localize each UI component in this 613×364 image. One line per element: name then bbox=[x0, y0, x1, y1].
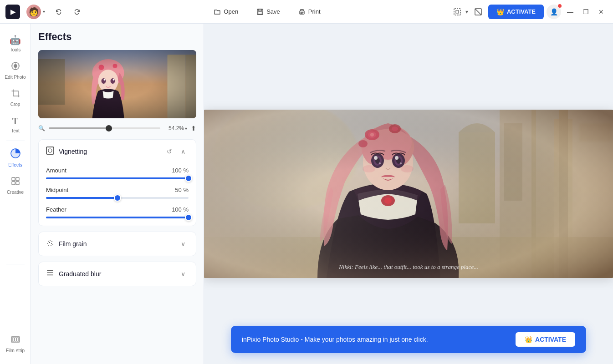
save-icon bbox=[256, 8, 264, 15]
close-button[interactable]: ✕ bbox=[595, 5, 608, 18]
feather-slider-thumb[interactable] bbox=[185, 214, 192, 221]
crown-icon: 👑 bbox=[496, 8, 504, 15]
vignetting-actions: ↺ ∧ bbox=[164, 146, 189, 157]
svg-rect-44 bbox=[47, 270, 53, 271]
feather-slider-fill bbox=[46, 217, 189, 218]
undo-button[interactable] bbox=[51, 5, 66, 19]
avatar-btn[interactable]: 🧑 ▾ bbox=[24, 4, 48, 20]
open-button[interactable]: Open bbox=[206, 5, 245, 18]
vignetting-title: Vignetting bbox=[59, 148, 159, 155]
activate-button[interactable]: 👑 ACTIVATE bbox=[488, 5, 544, 19]
icon-sidebar: 🤖 Tools Edit Photo Crop T Text bbox=[0, 24, 31, 364]
feather-label: Feather bbox=[46, 206, 66, 213]
text-icon: T bbox=[12, 116, 18, 126]
text-label: Text bbox=[11, 128, 19, 133]
amount-slider-thumb[interactable] bbox=[185, 175, 192, 182]
svg-rect-12 bbox=[16, 177, 19, 181]
film-grain-header[interactable]: Film grain ∨ bbox=[39, 232, 196, 256]
aspect-ratio-dropdown[interactable]: ▾ bbox=[450, 5, 468, 19]
vignetting-collapse-button[interactable]: ∧ bbox=[178, 146, 189, 157]
svg-point-40 bbox=[51, 243, 52, 244]
midpoint-slider-row: Midpoint 50 % bbox=[46, 187, 189, 199]
sidebar-item-tools[interactable]: 🤖 Tools bbox=[3, 31, 28, 56]
main-canvas-svg: Nikki: Feels like... that outfit... took… bbox=[204, 110, 613, 278]
user-icon: 👤 bbox=[550, 8, 558, 15]
open-label: Open bbox=[224, 8, 238, 15]
svg-rect-47 bbox=[47, 275, 53, 276]
sidebar-item-effects[interactable]: Effects bbox=[3, 145, 28, 171]
svg-point-41 bbox=[48, 245, 49, 246]
midpoint-slider-fill bbox=[46, 197, 117, 199]
user-profile-button[interactable]: 👤 bbox=[547, 5, 561, 19]
sidebar-item-film-strip[interactable]: Film-strip bbox=[3, 331, 28, 357]
undo-icon bbox=[55, 8, 62, 15]
print-button[interactable]: Print bbox=[291, 5, 328, 18]
svg-rect-2 bbox=[258, 12, 262, 14]
midpoint-slider-thumb[interactable] bbox=[114, 194, 121, 202]
vignetting-card: Vignetting ↺ ∧ Amount 100 % bbox=[38, 139, 196, 226]
feather-label-row: Feather 100 % bbox=[46, 206, 189, 213]
svg-rect-1 bbox=[259, 9, 261, 11]
zoom-slider-thumb[interactable] bbox=[106, 125, 112, 131]
activate-bar-text: inPixio Photo Studio - Make your photos … bbox=[242, 336, 505, 343]
graduated-blur-expand-button[interactable]: ∨ bbox=[178, 268, 189, 279]
midpoint-value: 50 % bbox=[175, 187, 189, 193]
minimize-button[interactable]: — bbox=[564, 5, 577, 18]
svg-point-33 bbox=[48, 149, 52, 152]
redo-icon bbox=[73, 8, 81, 15]
sidebar-item-creative[interactable]: Creative bbox=[3, 173, 28, 198]
zoom-slider-fill bbox=[49, 127, 109, 129]
svg-rect-31 bbox=[38, 50, 196, 118]
save-button[interactable]: Save bbox=[249, 5, 287, 18]
creative-label: Creative bbox=[7, 190, 24, 195]
zoom-bar: 🔍 54.2% ▾ ⬆ bbox=[38, 125, 196, 132]
svg-rect-14 bbox=[16, 182, 19, 185]
vignetting-reset-button[interactable]: ↺ bbox=[164, 146, 175, 157]
title-bar: ▶ 🧑 ▾ Open Sa bbox=[0, 0, 613, 24]
zoom-dropdown-icon[interactable]: ▾ bbox=[185, 126, 187, 131]
print-label: Print bbox=[308, 8, 321, 15]
feather-slider[interactable] bbox=[46, 217, 189, 218]
title-bar-center: Open Save Print bbox=[88, 5, 446, 18]
svg-rect-16 bbox=[12, 338, 14, 341]
graduated-blur-header[interactable]: Graduated blur ∨ bbox=[39, 262, 196, 286]
vignetting-header[interactable]: Vignetting ↺ ∧ bbox=[39, 140, 196, 163]
film-grain-card: Film grain ∨ bbox=[38, 232, 196, 256]
midpoint-label: Midpoint bbox=[46, 187, 68, 193]
activate-bar-btn-label: ACTIVATE bbox=[535, 336, 566, 343]
svg-rect-45 bbox=[47, 272, 53, 273]
zoom-value: 54.2% bbox=[164, 125, 184, 131]
zoom-expand-icon[interactable]: ⬆ bbox=[191, 125, 196, 132]
graduated-blur-icon bbox=[46, 269, 54, 279]
svg-rect-11 bbox=[12, 177, 15, 181]
zoom-out-icon[interactable]: 🔍 bbox=[38, 125, 45, 131]
aspect-ratio-chevron-icon[interactable]: ▾ bbox=[465, 9, 468, 15]
activate-bar: inPixio Photo Studio - Make your photos … bbox=[231, 326, 586, 353]
feather-slider-row: Feather 100 % bbox=[46, 206, 189, 218]
sidebar-item-text[interactable]: T Text bbox=[3, 112, 28, 137]
maximize-button[interactable]: ❐ bbox=[579, 5, 592, 18]
redo-button[interactable] bbox=[70, 5, 84, 19]
panel-title: Effects bbox=[38, 31, 196, 43]
tools-icon: 🤖 bbox=[10, 35, 21, 46]
midpoint-slider[interactable] bbox=[46, 197, 189, 199]
zoom-slider[interactable] bbox=[49, 127, 160, 129]
graduated-blur-card: Graduated blur ∨ bbox=[38, 262, 196, 286]
svg-rect-34 bbox=[46, 147, 54, 154]
svg-rect-46 bbox=[47, 274, 53, 275]
svg-point-38 bbox=[47, 243, 48, 244]
preview-svg bbox=[38, 50, 196, 118]
film-grain-icon bbox=[46, 239, 54, 249]
notification-badge bbox=[557, 4, 562, 8]
svg-point-7 bbox=[14, 64, 17, 68]
film-grain-expand-button[interactable]: ∨ bbox=[178, 238, 189, 249]
sidebar-item-crop[interactable]: Crop bbox=[3, 85, 28, 111]
no-crop-button[interactable] bbox=[471, 5, 485, 19]
aspect-ratio-button[interactable] bbox=[450, 5, 465, 19]
activate-bar-button[interactable]: 👑 ACTIVATE bbox=[516, 332, 575, 347]
app-logo: ▶ bbox=[5, 5, 20, 19]
activate-bar-crown-icon: 👑 bbox=[525, 336, 532, 343]
creative-icon bbox=[11, 177, 20, 188]
sidebar-item-edit-photo[interactable]: Edit Photo bbox=[3, 58, 28, 83]
amount-slider[interactable] bbox=[46, 177, 189, 179]
